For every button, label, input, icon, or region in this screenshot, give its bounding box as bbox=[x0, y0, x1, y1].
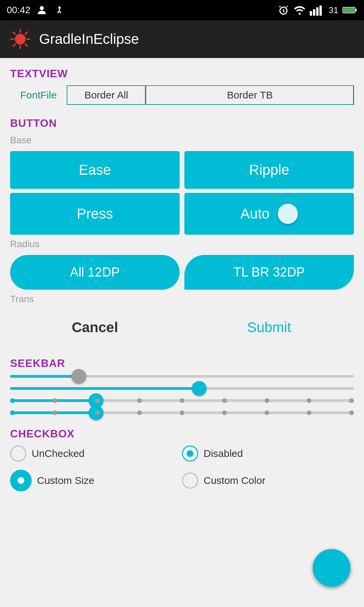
cb-custom-color-label: Custom Color bbox=[204, 475, 265, 486]
checkbox-custom-size[interactable]: Custom Size bbox=[10, 470, 182, 491]
app-title: GradleInEclipse bbox=[39, 31, 139, 47]
checkbox-disabled[interactable]: Disabled bbox=[182, 445, 354, 462]
cancel-button[interactable]: Cancel bbox=[10, 310, 180, 345]
submit-button[interactable]: Submit bbox=[184, 310, 354, 345]
trans-sublabel: Trans bbox=[10, 294, 354, 305]
button-row-trans: Cancel Submit bbox=[10, 310, 354, 345]
status-time: 00:42 bbox=[7, 5, 30, 16]
alarm-icon bbox=[277, 4, 290, 16]
tlbr-32dp-button[interactable]: TL BR 32DP bbox=[184, 255, 354, 290]
cb-custom-size-circle bbox=[10, 470, 32, 491]
fab-button[interactable] bbox=[313, 549, 351, 587]
svg-line-18 bbox=[13, 44, 15, 46]
svg-line-17 bbox=[25, 32, 27, 34]
seekbar-section: SEEKBAR bbox=[10, 357, 354, 414]
ease-button[interactable]: Ease bbox=[10, 151, 180, 189]
seekbar-2[interactable] bbox=[10, 387, 354, 390]
button-row-1: Ease Ripple bbox=[10, 151, 354, 189]
seekbar-4[interactable] bbox=[10, 411, 354, 414]
auto-label: Auto bbox=[240, 206, 269, 222]
svg-rect-8 bbox=[355, 9, 357, 11]
status-right: 31 bbox=[277, 4, 357, 16]
radius-sublabel: Radius bbox=[10, 239, 354, 250]
cb-disabled-circle bbox=[182, 445, 198, 462]
all-12dp-button[interactable]: All 12DP bbox=[10, 255, 180, 290]
person-icon bbox=[36, 4, 48, 16]
svg-point-0 bbox=[40, 6, 44, 10]
seekbar-1[interactable] bbox=[10, 375, 354, 378]
checkbox-header: CHECKBOX bbox=[10, 428, 354, 440]
svg-point-2 bbox=[299, 13, 301, 15]
auto-toggle-knob bbox=[278, 204, 298, 224]
base-sublabel: Base bbox=[10, 135, 354, 146]
tab-border-tb[interactable]: Border TB bbox=[146, 85, 354, 105]
status-bar: 00:42 31 bbox=[0, 0, 364, 20]
app-bar: GradleInEclipse bbox=[0, 20, 364, 58]
tab-border-all[interactable]: Border All bbox=[67, 85, 146, 105]
battery-level: 31 bbox=[329, 5, 338, 16]
ripple-button[interactable]: Ripple bbox=[184, 151, 354, 189]
wifi-icon bbox=[294, 4, 306, 16]
svg-line-15 bbox=[13, 32, 15, 34]
auto-button[interactable]: Auto bbox=[184, 193, 354, 235]
cb-custom-size-label: Custom Size bbox=[37, 475, 94, 486]
button-section: BUTTON Base Ease Ripple Press Auto Radiu… bbox=[10, 117, 354, 345]
checkbox-unchecked[interactable]: UnChecked bbox=[10, 445, 182, 462]
cb-disabled-label: Disabled bbox=[204, 448, 243, 459]
status-left: 00:42 bbox=[7, 4, 65, 16]
seekbar-header: SEEKBAR bbox=[10, 357, 354, 370]
textview-section: TEXTVIEW FontFile Border All Border TB bbox=[10, 67, 354, 105]
button-row-radius: All 12DP TL BR 32DP bbox=[10, 255, 354, 290]
svg-line-16 bbox=[25, 44, 27, 46]
usb-icon bbox=[53, 4, 65, 16]
button-row-2: Press Auto bbox=[10, 193, 354, 235]
checkbox-grid: UnChecked Disabled Custom Size Custom Co… bbox=[10, 445, 354, 491]
cb-unchecked-label: UnChecked bbox=[32, 448, 85, 459]
battery-icon bbox=[342, 5, 357, 15]
svg-point-10 bbox=[15, 34, 26, 45]
main-content: TEXTVIEW FontFile Border All Border TB B… bbox=[0, 58, 364, 514]
svg-rect-5 bbox=[316, 7, 318, 16]
tab-fontfile[interactable]: FontFile bbox=[10, 86, 67, 104]
cb-custom-color-circle bbox=[182, 472, 198, 489]
app-logo bbox=[9, 28, 31, 50]
svg-rect-9 bbox=[343, 8, 355, 12]
svg-rect-3 bbox=[310, 11, 312, 16]
checkbox-custom-color[interactable]: Custom Color bbox=[182, 470, 354, 491]
seekbar-3[interactable] bbox=[10, 399, 354, 402]
press-button[interactable]: Press bbox=[10, 193, 180, 235]
button-header: BUTTON bbox=[10, 117, 354, 129]
svg-rect-4 bbox=[313, 9, 315, 16]
checkbox-section: CHECKBOX UnChecked Disabled Custom Size … bbox=[10, 428, 354, 491]
textview-tabs: FontFile Border All Border TB bbox=[10, 85, 354, 105]
textview-header: TEXTVIEW bbox=[10, 67, 354, 80]
signal-icon bbox=[310, 4, 325, 16]
seekbar-1-track bbox=[10, 375, 354, 378]
cb-unchecked-circle bbox=[10, 445, 26, 462]
svg-rect-6 bbox=[320, 5, 322, 16]
